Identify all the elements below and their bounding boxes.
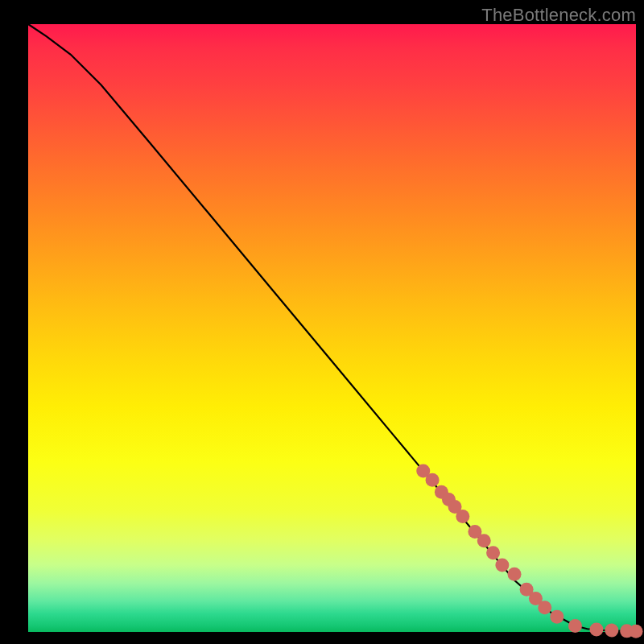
chart-frame: TheBottleneck.com (0, 0, 644, 644)
attribution-label: TheBottleneck.com (481, 5, 636, 26)
data-point (550, 610, 564, 624)
data-point (589, 622, 603, 636)
data-point (486, 546, 500, 559)
trend-curve (28, 24, 636, 631)
data-point (426, 473, 440, 487)
data-point (630, 625, 643, 638)
data-point (568, 619, 582, 633)
data-point (605, 624, 618, 638)
plot-area (28, 24, 636, 632)
data-point (538, 601, 551, 614)
data-point (456, 510, 469, 523)
data-point (508, 568, 522, 581)
data-point (495, 558, 509, 572)
data-point (477, 534, 491, 547)
chart-overlay (28, 24, 636, 632)
data-points-group (416, 464, 642, 638)
